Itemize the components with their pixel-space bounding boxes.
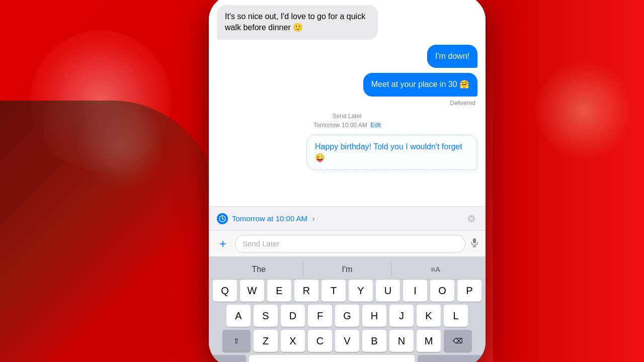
key-r[interactable]: R (294, 280, 318, 302)
input-area: + Send Later (209, 230, 486, 256)
autocomplete-bar: The I'm ≡A (211, 259, 484, 280)
key-o[interactable]: O (430, 280, 454, 302)
add-attachment-button[interactable]: + (215, 236, 231, 252)
schedule-bar: Tomorrow at 10:00 AM › (209, 206, 486, 230)
key-space[interactable]: space (249, 355, 415, 362)
key-x[interactable]: X (281, 330, 305, 352)
keyboard-row-4: 123 space return (211, 355, 484, 362)
bg-blob-pink-small (75, 101, 166, 191)
key-c[interactable]: C (308, 330, 332, 352)
schedule-text: Tomorrow at 10:00 AM (232, 214, 307, 223)
key-g[interactable]: G (335, 305, 359, 327)
phone-frame: It's so nice out, I'd love to go for a q… (209, 0, 486, 362)
key-e[interactable]: E (267, 280, 291, 302)
keyboard-row-3: ⇧ Z X C V B N M ⌫ (211, 330, 484, 352)
key-p[interactable]: P (457, 280, 481, 302)
key-delete[interactable]: ⌫ (444, 330, 472, 352)
keyboard: The I'm ≡A Q W E R T Y U I O P A S D (209, 256, 486, 362)
send-later-info: Send Later Tomorrow 10:00 AM Edit (217, 112, 477, 130)
key-y[interactable]: Y (349, 280, 373, 302)
key-h[interactable]: H (362, 305, 386, 327)
bg-right-glow (533, 60, 634, 161)
message-text: Meet at your place in 30 🤗 (371, 80, 469, 88)
message-scheduled-1: Happy birthday! Told you I wouldn't forg… (306, 135, 477, 170)
message-text: I'm down! (435, 52, 469, 60)
mic-button[interactable] (469, 237, 479, 250)
key-v[interactable]: V (335, 330, 359, 352)
message-text: It's so nice out, I'd love to go for a q… (225, 12, 365, 32)
message-received-1: It's so nice out, I'd love to go for a q… (217, 5, 378, 40)
key-m[interactable]: M (417, 330, 441, 352)
schedule-clock-icon (217, 213, 228, 224)
input-placeholder: Send Later (243, 239, 279, 248)
autocomplete-item-special[interactable]: ≡A (391, 260, 479, 279)
bg-right-panel (493, 0, 644, 362)
key-b[interactable]: B (362, 330, 386, 352)
key-l[interactable]: L (444, 305, 468, 327)
key-k[interactable]: K (417, 305, 441, 327)
send-later-title: Send Later (333, 113, 362, 120)
delivered-label: Delivered (217, 100, 477, 107)
key-u[interactable]: U (376, 280, 400, 302)
svg-rect-6 (473, 238, 476, 243)
key-i[interactable]: I (403, 280, 427, 302)
schedule-bar-content[interactable]: Tomorrow at 10:00 AM › (217, 213, 315, 224)
message-sent-2: Meet at your place in 30 🤗 (363, 73, 477, 96)
send-later-time: Tomorrow 10:00 AM (313, 122, 367, 129)
key-shift[interactable]: ⇧ (222, 330, 251, 352)
keyboard-row-2: A S D F G H J K L (211, 305, 484, 327)
message-sent-1: I'm down! (427, 45, 477, 68)
message-input[interactable]: Send Later (235, 235, 465, 253)
key-s[interactable]: S (254, 305, 278, 327)
svg-line-2 (222, 219, 224, 220)
schedule-close-button[interactable] (465, 213, 477, 225)
chat-area: It's so nice out, I'd love to go for a q… (209, 0, 486, 206)
key-a[interactable]: A (226, 305, 251, 327)
key-j[interactable]: J (389, 305, 414, 327)
edit-link[interactable]: Edit (370, 122, 381, 129)
key-d[interactable]: D (281, 305, 305, 327)
autocomplete-item-im[interactable]: I'm (303, 260, 392, 279)
key-t[interactable]: T (321, 280, 346, 302)
key-q[interactable]: Q (213, 280, 237, 302)
key-return[interactable]: return (418, 355, 484, 362)
key-w[interactable]: W (240, 280, 264, 302)
schedule-chevron-icon: › (312, 215, 315, 223)
autocomplete-item-the[interactable]: The (215, 260, 303, 279)
key-z[interactable]: Z (254, 330, 278, 352)
keyboard-row-1: Q W E R T Y U I O P (211, 280, 484, 302)
key-f[interactable]: F (308, 305, 332, 327)
message-text: Happy birthday! Told you I wouldn't forg… (315, 142, 462, 162)
key-n[interactable]: N (389, 330, 414, 352)
